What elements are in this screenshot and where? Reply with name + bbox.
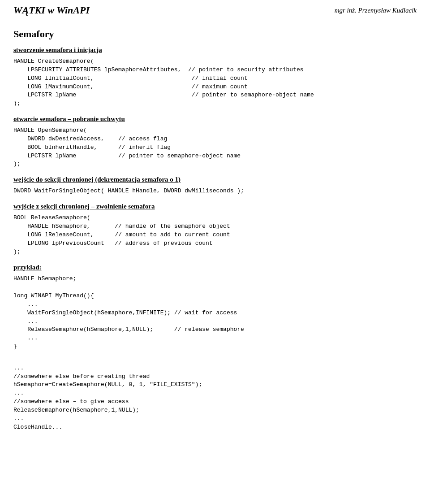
- main-content: Semafory stworzenie semafora i inicjacja…: [0, 28, 430, 445]
- subsection-open-title: otwarcie semafora – pobranie uchwytu: [13, 115, 417, 123]
- page-title: WĄTKI w WinAPI: [13, 4, 90, 16]
- author-label: mgr inż. Przemysław Kudłacik: [335, 7, 417, 14]
- code-enter: DWORD WaitForSingleObject( HANDLE hHandl…: [13, 187, 417, 196]
- page-header: WĄTKI w WinAPI mgr inż. Przemysław Kudła…: [0, 0, 430, 20]
- code-open: HANDLE OpenSemaphore( DWORD dwDesiredAcc…: [13, 126, 417, 169]
- subsection-create-title: stworzenie semafora i inicjacja: [13, 46, 417, 54]
- example-label: przykład:: [13, 264, 42, 271]
- title-bold: WĄTKI w WinAPI: [13, 4, 90, 16]
- code-example1: HANDLE hSemaphore; long WINAPI MyThread(…: [13, 275, 417, 351]
- code-create: HANDLE CreateSemaphore( LPSECURITY_ATTRI…: [13, 57, 417, 108]
- subsection-enter-title: wejście do sekcji chronionej (dekrementa…: [13, 176, 417, 183]
- section-title: Semafory: [13, 28, 417, 40]
- subsection-example-title: przykład:: [13, 263, 417, 271]
- subsection-exit-title: wyjście z sekcji chronionej – zwolnienie…: [13, 203, 417, 210]
- code-exit: BOOL ReleaseSemaphore( HANDLE hSemaphore…: [13, 214, 417, 256]
- code-example2: ... //somewhere else before creating thr…: [13, 356, 417, 432]
